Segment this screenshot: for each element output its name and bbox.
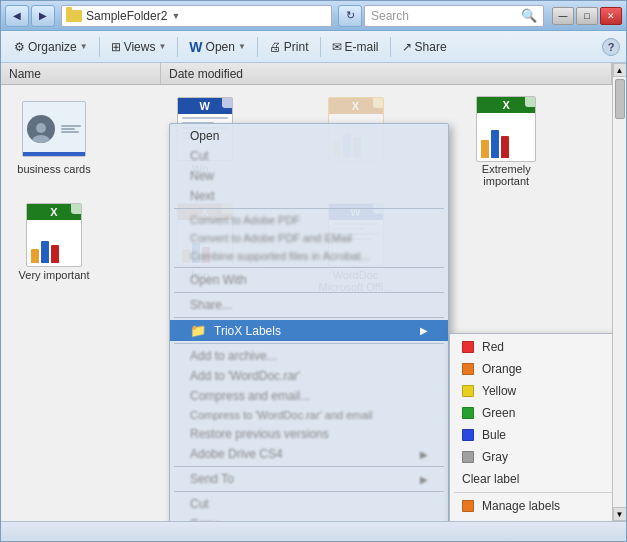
ctx-convert-pdf-email[interactable]: Convert to Adobe PDF and EMail [170,229,448,247]
ctx-triox-labels[interactable]: 📁 TrioX Labels ▶ [170,320,448,341]
sub-item-gray[interactable]: Gray [450,446,612,468]
triox-submenu: Red Orange Yellow Green Bule [449,333,612,521]
gray-dot [462,451,474,463]
ctx-copy[interactable]: Copy [170,514,448,521]
ctx-cut[interactable]: Cut [170,146,448,166]
sub-item-clear[interactable]: Clear label [450,468,612,490]
file-area: Name Date modified [1,63,626,521]
adobe-submenu-arrow: ▶ [420,449,428,460]
context-menu: Open Cut New Next Convert to Adobe PDF C… [169,123,449,521]
file-icon-bcard [22,97,86,161]
ctx-add-wordrar[interactable]: Add to 'WordDoc.rar' [170,366,448,386]
refresh-button[interactable]: ↻ [338,5,362,27]
clear-label: Clear label [462,472,519,486]
back-button[interactable]: ◀ [5,5,29,27]
list-item[interactable]: X Extremely important [461,93,551,191]
sub-item-about[interactable]: About TrioXLabels [450,517,612,521]
list-item[interactable]: business cards [9,93,99,191]
open-dropdown-icon: ▼ [238,42,246,51]
excel-icon-green2: X [26,203,82,267]
maximize-button[interactable]: □ [576,7,598,25]
views-dropdown-icon: ▼ [158,42,166,51]
yellow-dot [462,385,474,397]
ctx-sep-7 [174,491,444,492]
ctx-adobe-drive[interactable]: Adobe Drive CS4▶ [170,444,448,464]
open-icon: W [189,39,202,55]
sub-sep-1 [454,492,612,493]
red-label: Red [482,340,504,354]
sub-item-yellow[interactable]: Yellow [450,380,612,402]
close-button[interactable]: ✕ [600,7,622,25]
toolbar-sep-1 [99,37,100,57]
list-item[interactable]: X Very important [9,199,99,297]
ctx-next[interactable]: Next [170,186,448,206]
ctx-compress-email[interactable]: Compress and email... [170,386,448,406]
ctx-share[interactable]: Share... [170,295,448,315]
print-icon: 🖨 [269,40,281,54]
ctx-combine-acrobat[interactable]: Combine supported files in Acrobat... [170,247,448,265]
views-button[interactable]: ⊞ Views ▼ [104,35,174,59]
bcard-body [61,125,81,133]
manage-dot [462,500,474,512]
ctx-convert-pdf[interactable]: Convert to Adobe PDF [170,211,448,229]
bcard-avatar [27,115,55,143]
ctx-submenu-arrow: ▶ [420,325,428,336]
column-date[interactable]: Date modified [161,63,612,84]
toolbar-sep-3 [257,37,258,57]
window: ◀ ▶ SampleFolder2 ▼ ↻ Search 🔍 — □ ✕ ⚙ O… [0,0,627,542]
print-button[interactable]: 🖨 Print [262,35,316,59]
ctx-send-to[interactable]: Send To▶ [170,469,448,489]
orange-label: Orange [482,362,522,376]
column-name[interactable]: Name [1,63,161,84]
scroll-down-button[interactable]: ▼ [613,507,627,521]
toolbar: ⚙ Organize ▼ ⊞ Views ▼ W Open ▼ 🖨 Print … [1,31,626,63]
sub-item-red[interactable]: Red [450,336,612,358]
help-button[interactable]: ? [602,38,620,56]
excel-icon-big: X [476,96,536,162]
ctx-new[interactable]: New [170,166,448,186]
search-icon: 🔍 [521,8,537,23]
minimize-button[interactable]: — [552,7,574,25]
share-button[interactable]: ↗ Share [395,35,454,59]
organize-button[interactable]: ⚙ Organize ▼ [7,35,95,59]
green-label: Green [482,406,515,420]
sub-item-orange[interactable]: Orange [450,358,612,380]
yellow-label: Yellow [482,384,516,398]
svg-point-0 [36,123,46,133]
scroll-thumb[interactable] [615,79,625,119]
title-bar-nav: ◀ ▶ SampleFolder2 ▼ ↻ Search 🔍 [5,5,544,27]
blue-label: Bule [482,428,506,442]
manage-labels-text: Manage labels [482,499,560,513]
file-label: business cards [17,163,90,175]
ctx-open-with[interactable]: Open With [170,270,448,290]
ctx-open[interactable]: Open [170,126,448,146]
email-button[interactable]: ✉ E-mail [325,35,386,59]
scroll-up-button[interactable]: ▲ [613,63,627,77]
sub-item-blue[interactable]: Bule [450,424,612,446]
bcard-icon [22,101,86,157]
bcard-blue-bar [23,152,85,156]
ctx-sep-5 [174,343,444,344]
ctx-add-archive[interactable]: Add to archive... [170,346,448,366]
ctx-sep-4 [174,317,444,318]
sub-item-manage[interactable]: Manage labels [450,495,612,517]
ctx-restore[interactable]: Restore previous versions [170,424,448,444]
ctx-cut2[interactable]: Cut [170,494,448,514]
email-icon: ✉ [332,40,342,54]
red-dot [462,341,474,353]
ctx-compress-rar-email[interactable]: Compress to 'WordDoc.rar' and email [170,406,448,424]
share-icon: ↗ [402,40,412,54]
breadcrumb[interactable]: SampleFolder2 ▼ [61,5,332,27]
open-button[interactable]: W Open ▼ [182,35,253,59]
views-icon: ⊞ [111,40,121,54]
forward-button[interactable]: ▶ [31,5,55,27]
folder-name: SampleFolder2 [86,9,167,23]
file-icon-excel-big: X [474,97,538,161]
orange-dot [462,363,474,375]
folder-icon-small [66,10,82,22]
search-box[interactable]: Search 🔍 [364,5,544,27]
triox-labels-text: TrioX Labels [214,324,281,338]
toolbar-sep-2 [177,37,178,57]
ctx-sep-6 [174,466,444,467]
sub-item-green[interactable]: Green [450,402,612,424]
